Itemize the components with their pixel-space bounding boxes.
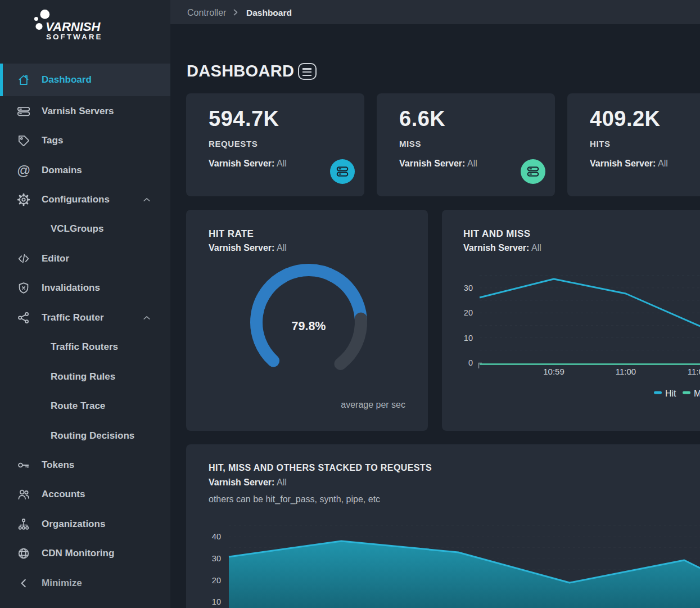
svg-text:Miss: Miss bbox=[694, 389, 700, 398]
svg-text:30: 30 bbox=[212, 554, 221, 563]
svg-text:VARNISH: VARNISH bbox=[46, 20, 101, 34]
svg-text:30: 30 bbox=[464, 283, 473, 292]
svg-text:11:00: 11:00 bbox=[616, 367, 636, 376]
svg-text:10: 10 bbox=[212, 597, 221, 606]
svg-text:0: 0 bbox=[468, 358, 473, 367]
svg-text:40: 40 bbox=[212, 532, 221, 541]
svg-text:10: 10 bbox=[464, 334, 473, 343]
svg-text:10:59: 10:59 bbox=[543, 367, 564, 376]
svg-text:Hit: Hit bbox=[665, 389, 676, 398]
svg-text:11:01: 11:01 bbox=[688, 367, 700, 376]
svg-text:SOFTWARE: SOFTWARE bbox=[46, 33, 103, 41]
svg-text:20: 20 bbox=[464, 308, 473, 317]
svg-text:20: 20 bbox=[212, 576, 221, 585]
